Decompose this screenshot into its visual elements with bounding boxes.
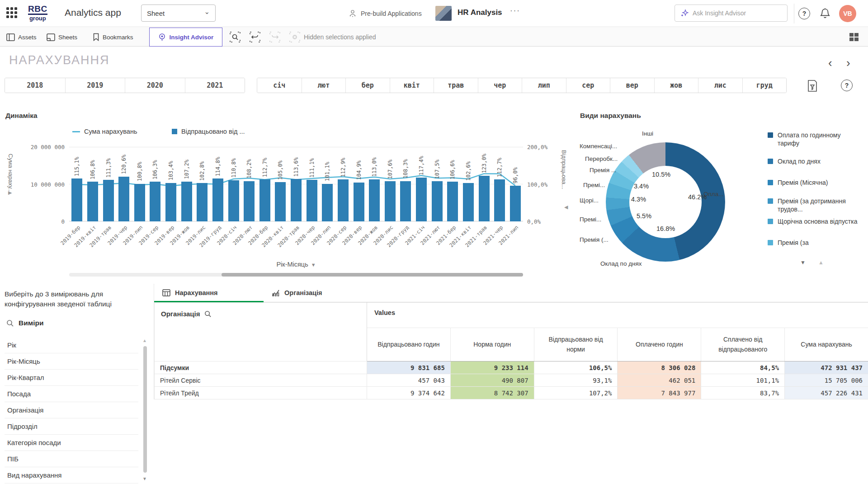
search-icon[interactable] (204, 310, 212, 318)
dimension-item[interactable]: Категорія посади (5, 435, 138, 451)
dimension-item[interactable]: Рік-Квартал (5, 370, 138, 386)
scroll-up-arrow[interactable]: ▲ (142, 338, 147, 343)
bar[interactable] (338, 179, 349, 221)
bar[interactable] (181, 182, 192, 221)
dimensions-scrollbar[interactable]: ▲ ▼ (142, 338, 148, 487)
sheet-help-icon[interactable]: ? (841, 80, 853, 91)
month-filter-button[interactable]: бер (345, 78, 390, 93)
donut-legend-item[interactable]: Оклад по днях (768, 157, 863, 165)
year-filter-button[interactable]: 2019 (65, 78, 125, 93)
scrollbar-thumb[interactable] (222, 273, 523, 277)
legend-item-line[interactable]: Сума нарахувань (72, 128, 137, 135)
selections-tool-icon[interactable] (807, 80, 818, 92)
bar[interactable] (212, 178, 223, 221)
search-icon[interactable] (6, 319, 14, 327)
bar[interactable] (307, 180, 317, 221)
row-dimension-cell[interactable]: Підсумки (155, 361, 367, 374)
dimension-item[interactable]: Рік (5, 337, 138, 353)
assets-button[interactable]: Assets (6, 28, 37, 47)
x-axis-dimension-label[interactable]: Рік-Місяць▼ (253, 261, 339, 268)
year-filter-button[interactable]: 2020 (125, 78, 185, 93)
month-filter-button[interactable]: лип (522, 78, 566, 93)
redo-selection-icon[interactable] (269, 32, 280, 42)
chart-scroll-right-arrow[interactable]: ▶ (8, 190, 12, 196)
donut-legend-item[interactable]: Премія (за (768, 239, 863, 247)
month-filter-button[interactable]: жов (654, 78, 698, 93)
donut-scroll-left-arrow[interactable]: ◀ (564, 204, 568, 210)
bookmarks-button[interactable]: Bookmarks (93, 28, 133, 47)
bar[interactable] (400, 181, 411, 221)
tab-organizatsiya[interactable]: Організація (264, 284, 359, 302)
legend-scroll-up[interactable]: ▲ (818, 259, 824, 266)
row-dimension-header[interactable]: Організація (155, 303, 367, 361)
insight-advisor-button[interactable]: Insight Advisor (149, 28, 222, 47)
bar[interactable] (244, 181, 255, 221)
donut-chart[interactable] (606, 142, 725, 262)
column-header[interactable]: Відпрацьовано годин (367, 328, 451, 361)
bar[interactable] (416, 178, 427, 221)
donut-legend-item[interactable]: Щорічна основна відпустка (768, 217, 863, 225)
column-header[interactable]: Оплачено годин (618, 328, 701, 361)
bar[interactable] (165, 183, 176, 221)
bar[interactable] (510, 186, 521, 221)
column-header[interactable]: Сума нарахувань (785, 328, 868, 361)
month-filter-button[interactable]: чер (478, 78, 522, 93)
month-filter-button[interactable]: груд (742, 78, 787, 93)
legend-item-bar[interactable]: Відпрацьовано від ... (172, 128, 245, 135)
donut-legend-item[interactable]: Оплата по годинному тарифу (768, 131, 863, 148)
scrollbar-thumb[interactable] (143, 346, 147, 473)
dimension-item[interactable]: Організація (5, 402, 138, 418)
bar[interactable] (385, 181, 396, 221)
month-filter-button[interactable]: квіт (390, 78, 434, 93)
dimension-item[interactable]: ПІБ (5, 451, 138, 467)
bar[interactable] (118, 177, 129, 222)
dimension-item[interactable]: Вид нарахування (5, 467, 138, 483)
prev-sheet-chevron[interactable]: ‹ (828, 56, 832, 70)
bar[interactable] (432, 181, 443, 221)
row-dimension-cell[interactable]: Рітейл Трейд (155, 387, 367, 399)
month-filter-button[interactable]: трав (434, 78, 478, 93)
search-selections-icon[interactable] (230, 32, 241, 42)
help-icon[interactable]: ? (798, 8, 810, 19)
bar[interactable] (369, 179, 380, 221)
bar[interactable] (447, 182, 458, 221)
bar[interactable] (494, 179, 505, 221)
row-dimension-cell[interactable]: Рітейл Сервіс (155, 374, 367, 387)
sheets-button[interactable]: Sheets (47, 28, 77, 47)
sheet-selector[interactable]: Sheet ⌄ (141, 5, 216, 22)
bar[interactable] (479, 176, 490, 222)
donut-legend-item[interactable]: Премія (Місячна) (768, 178, 863, 187)
sheet-grid-icon[interactable] (849, 33, 859, 42)
bar[interactable] (150, 182, 160, 221)
tab-narahuvannya[interactable]: Нарахування (154, 284, 264, 302)
scroll-down-arrow[interactable]: ▼ (142, 476, 147, 481)
dimension-item[interactable]: Рік-Місяць (5, 353, 138, 370)
column-header[interactable]: Сплачено від відпрацьованого (701, 328, 785, 361)
undo-selection-icon[interactable] (250, 32, 260, 42)
dimension-item[interactable]: Посада (5, 386, 138, 402)
year-filter-button[interactable]: 2018 (5, 78, 65, 93)
bar[interactable] (103, 180, 114, 221)
column-header[interactable]: Відпрацьовано від норми (534, 328, 618, 361)
year-filter-button[interactable]: 2021 (185, 78, 245, 93)
bar[interactable] (87, 182, 98, 221)
bar[interactable] (197, 183, 208, 221)
bar[interactable] (291, 179, 302, 221)
prebuild-applications-link[interactable]: Pre-build Applications (348, 9, 422, 18)
app-launcher-icon[interactable] (6, 7, 18, 19)
chart-horizontal-scrollbar[interactable] (69, 273, 523, 277)
more-options-icon[interactable]: ··· (510, 6, 520, 15)
bar[interactable] (275, 182, 286, 221)
month-filter-button[interactable]: січ (257, 78, 302, 93)
donut-legend-item[interactable]: Премія (за дотримання трудов... (768, 197, 863, 214)
month-filter-button[interactable]: лют (302, 78, 346, 93)
legend-scroll-down[interactable]: ▼ (800, 259, 806, 266)
month-filter-button[interactable]: вер (610, 78, 654, 93)
bar[interactable] (463, 183, 474, 221)
next-sheet-chevron[interactable]: › (846, 56, 850, 70)
bar[interactable] (322, 184, 333, 221)
bar[interactable] (134, 184, 145, 221)
notifications-bell-icon[interactable] (819, 7, 831, 20)
clear-selections-icon[interactable] (289, 32, 300, 42)
month-filter-button[interactable]: сер (566, 78, 610, 93)
